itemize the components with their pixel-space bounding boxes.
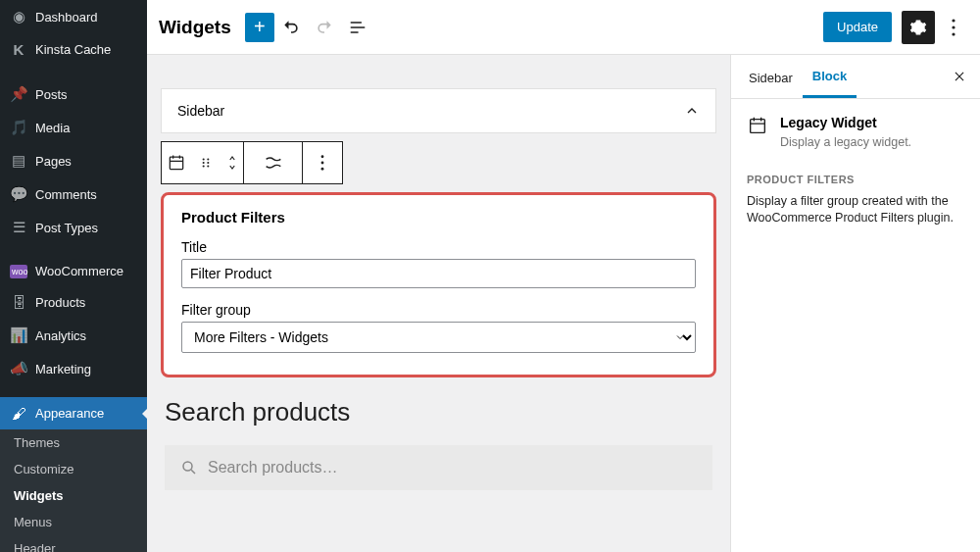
undo-icon (281, 18, 301, 37)
block-toolbar (161, 141, 343, 184)
block-type-button[interactable] (162, 142, 191, 183)
inspector-tabs: Sidebar Block (731, 55, 980, 99)
svg-point-8 (203, 165, 205, 167)
move-icon (263, 152, 284, 174)
svg-point-13 (183, 462, 192, 471)
nav-media[interactable]: 🎵Media (0, 111, 147, 144)
svg-point-7 (207, 162, 209, 164)
nav-label: Pages (35, 154, 72, 169)
add-block-button[interactable]: + (245, 13, 274, 42)
filter-group-label: Filter group (181, 302, 696, 318)
chevron-up-icon[interactable] (226, 154, 238, 163)
list-view-icon (348, 18, 368, 37)
nav-appearance[interactable]: 🖌Appearance (0, 397, 147, 429)
kebab-icon (952, 19, 956, 36)
nav-dashboard[interactable]: ◉Dashboard (0, 0, 147, 33)
inspector-section-label: Product Filters (747, 174, 964, 185)
drag-handle-icon (199, 156, 213, 170)
products-icon: 🗄 (10, 294, 27, 311)
title-field-label: Title (181, 239, 696, 255)
widget-area-header[interactable]: Sidebar (161, 88, 716, 133)
calendar-icon (167, 153, 186, 173)
block-drag-handle[interactable] (191, 142, 220, 183)
nav-label: Dashboard (35, 10, 98, 25)
nav-sub-widgets[interactable]: Widgets (0, 482, 147, 509)
legacy-widget-icon (747, 115, 768, 136)
list-view-button[interactable] (341, 11, 374, 44)
brush-icon: 🖌 (10, 405, 27, 422)
nav-label: Kinsta Cache (35, 42, 111, 57)
nav-pages[interactable]: ▤Pages (0, 144, 147, 177)
title-input[interactable] (181, 259, 696, 288)
close-icon (953, 70, 966, 83)
nav-post-types[interactable]: ☰Post Types (0, 211, 147, 244)
nav-label: Products (35, 295, 85, 310)
svg-rect-3 (170, 157, 182, 170)
nav-sub-menus[interactable]: Menus (0, 509, 147, 535)
page-title: Widgets (159, 17, 231, 38)
svg-point-10 (321, 155, 324, 158)
search-products-field[interactable]: Search products… (165, 445, 712, 490)
pin-icon: 📌 (10, 85, 27, 103)
svg-point-0 (952, 19, 955, 22)
kebab-icon (320, 155, 324, 171)
calendar-icon (747, 115, 768, 136)
redo-icon (315, 18, 334, 37)
editor-canvas[interactable]: Sidebar (147, 55, 730, 552)
nav-sub-customize[interactable]: Customize (0, 456, 147, 482)
svg-point-12 (321, 168, 324, 171)
nav-comments[interactable]: 💬Comments (0, 177, 147, 211)
search-icon (180, 459, 198, 477)
nav-label: Analytics (35, 328, 86, 343)
legacy-widget-block[interactable]: Product Filters Title Filter group More … (161, 192, 716, 377)
nav-analytics[interactable]: 📊Analytics (0, 319, 147, 352)
gear-icon (909, 19, 927, 36)
svg-point-9 (207, 165, 209, 167)
close-inspector-button[interactable] (947, 70, 972, 83)
nav-label: Appearance (35, 406, 104, 421)
svg-point-4 (203, 158, 205, 160)
svg-point-1 (952, 25, 955, 28)
svg-point-6 (203, 162, 205, 164)
nav-label: Media (35, 121, 70, 135)
nav-label: Posts (35, 87, 68, 102)
undo-button[interactable] (274, 11, 308, 44)
dashboard-icon: ◉ (10, 8, 27, 25)
nav-sub-themes[interactable]: Themes (0, 429, 147, 456)
tab-block[interactable]: Block (803, 55, 857, 98)
svg-point-11 (321, 162, 324, 165)
search-placeholder: Search products… (208, 459, 338, 477)
block-options-button[interactable] (303, 142, 342, 183)
nav-products[interactable]: 🗄Products (0, 286, 147, 319)
post-types-icon: ☰ (10, 219, 27, 236)
chevron-down-icon[interactable] (226, 163, 238, 172)
tab-sidebar[interactable]: Sidebar (739, 57, 803, 97)
search-heading: Search products (165, 397, 712, 427)
nav-posts[interactable]: 📌Posts (0, 77, 147, 111)
svg-point-2 (952, 32, 955, 35)
nav-sub-header[interactable]: Header (0, 535, 147, 552)
nav-marketing[interactable]: 📣Marketing (0, 352, 147, 385)
update-button[interactable]: Update (823, 12, 892, 42)
block-description: Display a legacy widget. (780, 134, 911, 152)
pages-icon: ▤ (10, 152, 27, 170)
block-move-to-button[interactable] (244, 142, 303, 183)
block-name: Legacy Widget (780, 115, 911, 130)
kinsta-icon: K (10, 41, 27, 58)
nav-woocommerce[interactable]: wooWooCommerce (0, 256, 147, 286)
main-region: Widgets + Update Sidebar (147, 0, 980, 552)
widget-area-title: Sidebar (177, 103, 224, 119)
svg-point-5 (207, 158, 209, 160)
inspector-panel: Sidebar Block Legacy Widget Display a le… (730, 55, 980, 552)
more-options-button[interactable] (939, 19, 968, 36)
analytics-icon: 📊 (10, 326, 27, 344)
chevron-up-icon[interactable] (684, 103, 700, 119)
marketing-icon: 📣 (10, 360, 27, 377)
svg-rect-14 (751, 120, 765, 133)
filter-group-select[interactable]: More Filters - Widgets (181, 322, 696, 353)
widget-box-title: Product Filters (181, 209, 696, 226)
woocommerce-icon: woo (10, 265, 27, 278)
nav-kinsta-cache[interactable]: KKinsta Cache (0, 33, 147, 66)
settings-button[interactable] (902, 11, 935, 44)
comments-icon: 💬 (10, 185, 27, 203)
